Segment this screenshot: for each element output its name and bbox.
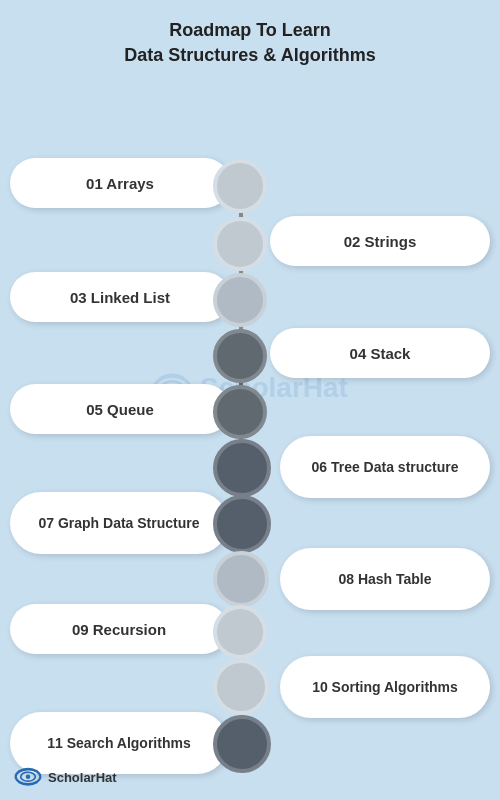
pill-03-linked-list: 03 Linked List [10, 272, 230, 322]
pill-08-hash: 08 Hash Table [280, 548, 490, 610]
circle-08 [213, 551, 269, 607]
pill-10-sorting: 10 Sorting Algorithms [280, 656, 490, 718]
circle-03 [213, 273, 267, 327]
circle-05 [213, 385, 267, 439]
circle-02 [213, 217, 267, 271]
pill-05-queue: 05 Queue [10, 384, 230, 434]
circle-06 [213, 439, 271, 497]
title-line1: Roadmap To Learn [169, 20, 331, 40]
roadmap-container: .row-item { position: absolute; } 01 Arr… [0, 76, 500, 776]
pill-06-tree: 06 Tree Data structure [280, 436, 490, 498]
circle-09 [213, 605, 267, 659]
pill-01-arrays: 01 Arrays [10, 158, 230, 208]
footer-brand-label: ScholarHat [48, 770, 117, 785]
pill-04-stack: 04 Stack [270, 328, 490, 378]
circle-01 [213, 159, 267, 213]
footer-logo-icon [14, 764, 42, 790]
pill-09-recursion: 09 Recursion [10, 604, 228, 654]
circle-04 [213, 329, 267, 383]
circle-10 [213, 659, 269, 715]
svg-point-5 [26, 774, 30, 778]
circle-07 [213, 495, 271, 553]
circle-11 [213, 715, 271, 773]
title-section: Roadmap To Learn Data Structures & Algor… [0, 0, 500, 76]
footer: ScholarHat [14, 764, 117, 790]
pill-07-graph: 07 Graph Data Structure [10, 492, 228, 554]
pill-02-strings: 02 Strings [270, 216, 490, 266]
title-line2: Data Structures & Algorithms [124, 45, 375, 65]
